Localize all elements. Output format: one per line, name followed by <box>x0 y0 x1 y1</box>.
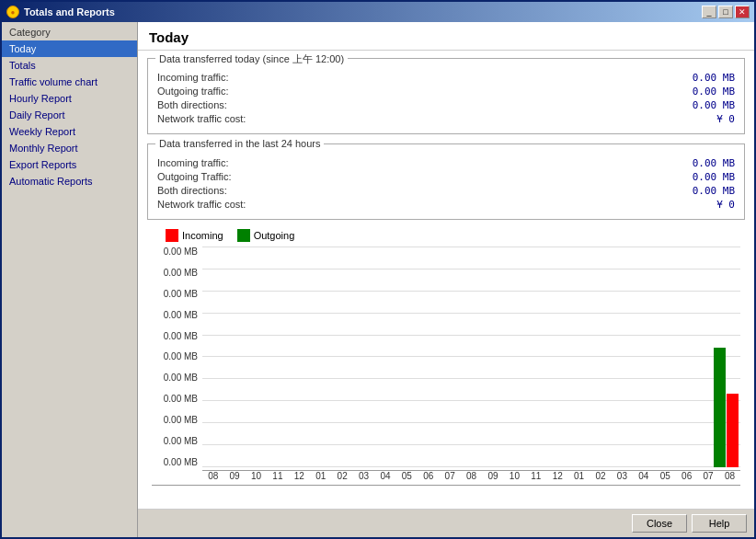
main-content: Category Today Totals Traffic volume cha… <box>2 22 754 537</box>
panel-body: Data transferred today (since 上午 12:00) … <box>138 51 754 509</box>
x-label-04: 04 <box>374 471 395 481</box>
today-row-incoming: Incoming traffic: 0.00 MB <box>157 71 735 85</box>
last24-row-cost: Network traffic cost: ¥ 0 <box>157 198 735 212</box>
right-panel: Today Data transferred today (since 上午 1… <box>138 22 754 537</box>
x-label-08b: 08 <box>461 471 482 481</box>
x-label-10b: 10 <box>504 471 525 481</box>
bar-group-last <box>713 348 739 467</box>
x-label-08a: 08 <box>202 471 223 481</box>
x-label-07a: 07 <box>439 471 460 481</box>
x-label-05: 05 <box>396 471 418 481</box>
sidebar-item-export-reports[interactable]: Export Reports <box>2 156 137 173</box>
y-label-2: 0.00 MB <box>164 415 198 425</box>
last24-row-both: Both directions: 0.00 MB <box>157 184 735 198</box>
close-button[interactable]: Close <box>632 514 687 533</box>
bars-area <box>202 247 740 467</box>
today-row-both: Both directions: 0.00 MB <box>157 98 735 112</box>
x-label-11: 11 <box>267 471 288 481</box>
window-icon: ● <box>6 6 19 18</box>
bar-incoming <box>727 394 739 467</box>
y-label-3: 0.00 MB <box>164 394 198 404</box>
outgoing-color-box <box>237 229 250 242</box>
sidebar-item-daily-report[interactable]: Daily Report <box>2 107 137 123</box>
legend-incoming: Incoming <box>166 229 223 242</box>
y-label-6: 0.00 MB <box>164 331 198 341</box>
x-axis: 08 09 10 11 12 01 02 03 04 05 06 07 08 0… <box>202 470 740 481</box>
sidebar-item-weekly-report[interactable]: Weekly Report <box>2 123 137 140</box>
x-label-09b: 09 <box>482 471 503 481</box>
minimize-button[interactable]: _ <box>702 6 716 18</box>
x-label-07b: 07 <box>697 471 718 481</box>
chart-container: 0.00 MB 0.00 MB 0.00 MB 0.00 MB 0.00 MB … <box>152 247 740 486</box>
x-label-11b: 11 <box>525 471 546 481</box>
y-label-7: 0.00 MB <box>164 310 198 320</box>
last24-row-outgoing: Outgoing Traffic: 0.00 MB <box>157 170 735 184</box>
bar-pair <box>714 348 739 467</box>
chart-inner: 0.00 MB 0.00 MB 0.00 MB 0.00 MB 0.00 MB … <box>152 247 740 467</box>
outgoing-label: Outgoing <box>254 230 295 241</box>
y-axis: 0.00 MB 0.00 MB 0.00 MB 0.00 MB 0.00 MB … <box>152 247 202 467</box>
sidebar-item-totals[interactable]: Totals <box>2 57 137 74</box>
sidebar-header: Category <box>2 24 137 40</box>
y-label-1: 0.00 MB <box>164 436 198 446</box>
sidebar-item-today[interactable]: Today <box>2 40 137 57</box>
title-bar: ● Totals and Reports _ □ ✕ <box>2 2 754 22</box>
help-button[interactable]: Help <box>692 514 747 533</box>
y-label-4: 0.00 MB <box>164 373 198 383</box>
x-label-04b: 04 <box>633 471 654 481</box>
panel-title: Today <box>138 22 754 51</box>
sidebar-item-automatic-reports[interactable]: Automatic Reports <box>2 173 137 189</box>
incoming-color-box <box>166 229 178 242</box>
today-row-outgoing: Outgoing traffic: 0.00 MB <box>157 85 735 98</box>
x-label-10: 10 <box>246 471 267 481</box>
x-label-01a: 01 <box>310 471 331 481</box>
y-label-10: 0.00 MB <box>164 247 198 257</box>
window-title: Totals and Reports <box>24 6 115 17</box>
sidebar-item-monthly-report[interactable]: Monthly Report <box>2 140 137 156</box>
bottom-bar: Close Help <box>138 509 754 537</box>
close-window-button[interactable]: ✕ <box>735 6 750 18</box>
x-label-02: 02 <box>331 471 352 481</box>
chart-legend: Incoming Outgoing <box>166 229 745 242</box>
main-window: ● Totals and Reports _ □ ✕ Category Toda… <box>0 0 756 539</box>
today-row-cost: Network traffic cost: ¥ 0 <box>157 112 735 126</box>
legend-outgoing: Outgoing <box>237 229 295 242</box>
x-label-03: 03 <box>353 471 374 481</box>
sidebar: Category Today Totals Traffic volume cha… <box>2 22 138 537</box>
x-label-12b: 12 <box>547 471 568 481</box>
x-label-08c: 08 <box>719 471 740 481</box>
today-group-title: Data transferred today (since 上午 12:00) <box>155 52 348 66</box>
last24-data-group: Data transferred in the last 24 hours In… <box>147 143 745 220</box>
title-buttons: _ □ ✕ <box>702 6 750 18</box>
maximize-button[interactable]: □ <box>718 6 733 18</box>
x-label-03b: 03 <box>612 471 633 481</box>
y-label-0: 0.00 MB <box>164 457 198 467</box>
bar-outgoing <box>714 348 726 467</box>
last24-row-incoming: Incoming traffic: 0.00 MB <box>157 156 735 170</box>
y-label-8: 0.00 MB <box>164 289 198 299</box>
x-label-06b: 06 <box>676 471 697 481</box>
x-label-01b: 01 <box>568 471 590 481</box>
y-label-5: 0.00 MB <box>164 351 198 361</box>
x-label-06: 06 <box>418 471 439 481</box>
sidebar-item-traffic-volume-chart[interactable]: Traffic volume chart <box>2 74 137 90</box>
last24-group-title: Data transferred in the last 24 hours <box>155 138 324 149</box>
x-label-05b: 05 <box>655 471 676 481</box>
x-label-09: 09 <box>223 471 245 481</box>
sidebar-item-hourly-report[interactable]: Hourly Report <box>2 90 137 107</box>
today-data-group: Data transferred today (since 上午 12:00) … <box>147 58 745 134</box>
y-label-9: 0.00 MB <box>164 268 198 278</box>
x-label-02b: 02 <box>590 471 611 481</box>
incoming-label: Incoming <box>182 230 223 241</box>
x-label-12a: 12 <box>289 471 310 481</box>
bars-wrapper <box>202 247 740 467</box>
title-bar-left: ● Totals and Reports <box>6 6 115 18</box>
